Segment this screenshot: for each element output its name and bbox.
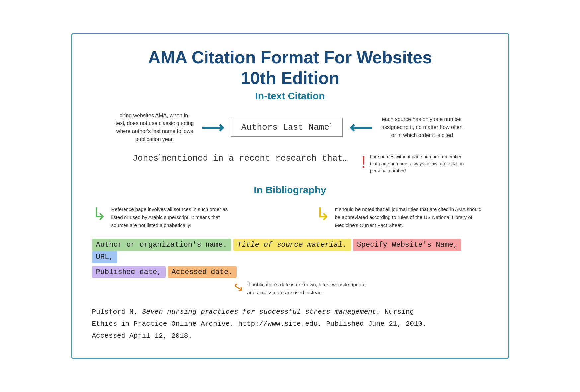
citation-author: Pulsford N. — [92, 308, 138, 316]
biblio-note-left: ↳ Reference page involves all sources in… — [92, 205, 231, 229]
biblio-left-text: Reference page involves all sources in s… — [111, 205, 231, 229]
sentence-suffix: mentioned in a recent research that… — [161, 153, 348, 163]
page-wrapper: AMA Citation Format For Websites 10th Ed… — [71, 33, 509, 359]
bibliography-heading: In Bibliography — [92, 184, 488, 196]
arrow-right-icon: ⟶ — [201, 118, 224, 137]
superscript-1: 1 — [329, 123, 332, 128]
biblio-notes-row: ↳ Reference page involves all sources in… — [92, 205, 488, 229]
tag-url: URL, — [92, 251, 118, 263]
intext-right-note: each source has only one number assigned… — [379, 116, 465, 139]
intext-left-note: citing websites AMA, when in-text, does … — [115, 112, 195, 143]
authors-box: Authors Last Name1 — [231, 118, 343, 137]
biblio-right-text: It should be noted that all journal titl… — [335, 205, 488, 229]
tag-title: Title of source material. — [233, 239, 351, 251]
tag-author: Author or organization's name. — [92, 239, 231, 251]
exclamation-note: For sources without page number remember… — [370, 153, 467, 174]
bibliography-section: In Bibliography ↳ Reference page involve… — [92, 184, 488, 342]
authors-last-name-label: Authors Last Name — [241, 122, 329, 132]
biblio-note-right: ↳ It should be noted that all journal ti… — [316, 205, 488, 229]
format-note-row: ↩ If publication's date is unknown, late… — [119, 281, 488, 297]
main-title: AMA Citation Format For Websites 10th Ed… — [92, 47, 488, 89]
format-note-text: If publication's date is unknown, latest… — [247, 281, 373, 297]
tag-accessed: Accessed date. — [168, 266, 237, 278]
jones-label: Jones — [132, 153, 158, 163]
citation-format-row2: Published date, Accessed date. — [92, 266, 488, 278]
yellow-arrow-icon: ↳ — [316, 205, 330, 223]
example-row: Jones1mentioned in a recent research tha… — [92, 153, 488, 174]
jones-superscript: 1 — [158, 154, 161, 159]
intext-heading: In-text Citation — [92, 90, 488, 102]
orange-curved-arrow-icon: ↩ — [230, 279, 246, 296]
intext-main-row: citing websites AMA, when in-text, does … — [92, 112, 488, 143]
example-sentence: Jones1mentioned in a recent research tha… — [132, 153, 348, 163]
citation-line2: Ethics in Practice Online Archive. http:… — [92, 320, 427, 328]
citation-line3: Accessed April 12, 2018. — [92, 332, 192, 340]
tag-website: Specify Website's Name, — [353, 239, 462, 251]
exclamation-icon: ! — [361, 153, 366, 171]
citation-format-row1: Author or organization's name. Title of … — [92, 239, 488, 263]
exclamation-box: ! For sources without page number rememb… — [361, 153, 467, 174]
arrow-left-icon: ⟶ — [349, 118, 372, 137]
green-arrow-icon: ↳ — [92, 205, 107, 223]
citation-title-italic: Seven nursing practices for successful s… — [142, 308, 380, 316]
citation-line1-rest: Nursing — [385, 308, 414, 316]
tag-published: Published date, — [92, 266, 166, 278]
intext-section: In-text Citation citing websites AMA, wh… — [92, 90, 488, 174]
example-citation: Pulsford N. Seven nursing practices for … — [92, 306, 488, 342]
